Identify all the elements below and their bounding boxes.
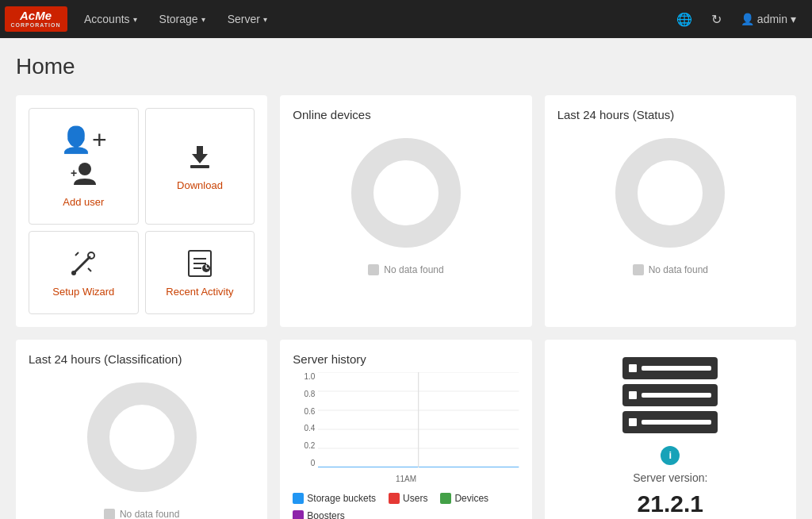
chevron-down-icon: ▾ [263, 15, 267, 24]
svg-point-9 [71, 271, 76, 275]
legend-color-storage [293, 493, 304, 504]
legend-devices: Devices [440, 493, 488, 504]
online-devices-title: Online devices [293, 108, 370, 121]
legend-color-devices [440, 493, 451, 504]
svg-point-0 [79, 163, 91, 175]
page-content: Home 👤+ + Add user [0, 38, 812, 519]
add-user-label: Add user [63, 196, 104, 208]
logo: AcMe CORPORATION [8, 5, 63, 33]
last24-status-title: Last 24 hours (Status) [557, 108, 675, 121]
server-status-card: i Server version: 21.2.1 [545, 340, 796, 519]
info-icon[interactable]: i [661, 446, 680, 465]
quick-actions-card: 👤+ + Add user Download [16, 95, 267, 327]
rack-light-2 [629, 391, 637, 399]
download-button[interactable]: Download [145, 108, 255, 225]
legend-box [104, 509, 115, 519]
server-history-chart-area: 1.0 0.8 0.6 0.4 0.2 0 [293, 372, 519, 483]
svg-rect-2 [190, 165, 209, 168]
svg-text:+: + [71, 167, 77, 179]
nav-storage[interactable]: Storage ▾ [150, 0, 215, 38]
rack-unit-2 [622, 384, 718, 406]
logo-line1: AcMe [11, 10, 61, 23]
online-devices-card: Online devices No data found [280, 95, 531, 327]
last24-status-card: Last 24 hours (Status) No data found [545, 95, 796, 327]
setup-wizard-icon [67, 248, 99, 279]
svg-point-19 [98, 394, 186, 481]
legend-boosters: Boosters [293, 510, 344, 519]
globe-icon-button[interactable]: 🌐 [668, 0, 700, 38]
svg-rect-4 [197, 146, 203, 157]
online-devices-chart [343, 129, 469, 256]
chart-legend: Storage buckets Users Devices Boosters [293, 493, 519, 519]
last24-classification-card: Last 24 hours (Classification) No data f… [16, 340, 267, 519]
rack-bar-1 [642, 366, 711, 371]
last24-classification-no-data-label: No data found [120, 509, 179, 519]
nav-server-label: Server [228, 13, 260, 25]
svg-point-17 [362, 149, 450, 236]
online-devices-no-data: No data found [368, 264, 443, 275]
user-label: admin [757, 13, 787, 25]
setup-wizard-button[interactable]: Setup Wizard [29, 231, 139, 314]
last24-classification-chart [79, 374, 205, 501]
last24-status-donut [607, 129, 733, 256]
last24-status-chart [607, 129, 733, 256]
nav-storage-label: Storage [159, 13, 198, 25]
svg-line-8 [88, 268, 91, 271]
add-user-icon-svg: + [67, 161, 99, 190]
refresh-icon-button[interactable]: ↻ [703, 0, 730, 38]
rack-unit-3 [622, 411, 718, 433]
server-rack [622, 357, 718, 433]
add-user-icon: 👤+ [60, 125, 107, 155]
svg-point-18 [626, 149, 714, 236]
user-icon: 👤 [741, 13, 754, 25]
last24-status-no-data: No data found [633, 264, 708, 275]
chart-y-labels: 1.0 0.8 0.6 0.4 0.2 0 [293, 372, 315, 467]
svg-line-5 [74, 257, 90, 273]
legend-color-users [389, 493, 400, 504]
rack-unit-1 [622, 357, 718, 379]
rack-light-1 [629, 364, 637, 372]
chevron-down-icon: ▾ [791, 13, 796, 25]
legend-box [633, 264, 644, 275]
nav-accounts[interactable]: Accounts ▾ [75, 0, 147, 38]
navbar: AcMe CORPORATION Accounts ▾ Storage ▾ Se… [0, 0, 812, 38]
nav-server[interactable]: Server ▾ [218, 0, 277, 38]
server-version-label: Server version: [633, 471, 707, 484]
setup-wizard-label: Setup Wizard [52, 286, 114, 298]
legend-color-boosters [293, 510, 304, 519]
online-devices-donut [343, 129, 469, 256]
recent-activity-icon [184, 248, 216, 279]
rack-light-3 [629, 418, 637, 426]
quick-actions-grid: 👤+ + Add user Download [29, 108, 255, 314]
server-history-svg [318, 372, 519, 467]
chart-plot-area [318, 372, 519, 467]
chevron-down-icon: ▾ [133, 15, 137, 24]
server-history-title: Server history [293, 352, 519, 366]
online-devices-no-data-label: No data found [384, 264, 443, 275]
legend-storage-buckets: Storage buckets [293, 493, 376, 504]
server-history-card: Server history 1.0 0.8 0.6 0.4 0.2 0 [280, 340, 531, 519]
server-version-number: 21.2.1 [638, 490, 703, 517]
add-user-button[interactable]: 👤+ + Add user [29, 108, 139, 225]
last24-classification-no-data: No data found [104, 509, 179, 519]
chart-x-label-11am: 11AM [396, 475, 416, 483]
logo-line2: CORPORATION [11, 22, 61, 29]
legend-box [368, 264, 379, 275]
chevron-down-icon: ▾ [201, 15, 205, 24]
rack-bar-3 [642, 420, 711, 425]
download-label: Download [177, 179, 223, 191]
recent-activity-button[interactable]: Recent Activity [145, 231, 255, 314]
recent-activity-label: Recent Activity [166, 286, 233, 298]
last24-classification-donut [79, 374, 205, 501]
nav-accounts-label: Accounts [84, 13, 130, 25]
legend-users: Users [389, 493, 427, 504]
dashboard-grid: 👤+ + Add user Download [16, 95, 796, 519]
last24-classification-title: Last 24 hours (Classification) [29, 352, 182, 366]
svg-point-6 [88, 252, 94, 259]
svg-line-7 [75, 252, 79, 256]
rack-bar-2 [642, 393, 711, 398]
user-menu[interactable]: 👤 admin ▾ [733, 0, 804, 38]
download-icon [184, 141, 216, 173]
last24-status-no-data-label: No data found [649, 264, 708, 275]
page-title: Home [16, 54, 796, 79]
